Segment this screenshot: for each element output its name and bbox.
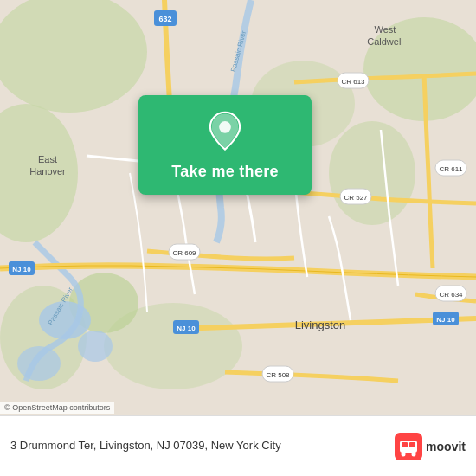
- svg-point-44: [402, 452, 406, 456]
- svg-text:East: East: [38, 154, 57, 164]
- svg-text:Caldwell: Caldwell: [367, 36, 403, 47]
- svg-text:CR 611: CR 611: [439, 165, 463, 173]
- moovit-icon: [395, 433, 422, 460]
- svg-text:Hanover: Hanover: [29, 166, 66, 177]
- svg-point-10: [78, 331, 113, 362]
- svg-text:CR 508: CR 508: [266, 371, 290, 379]
- svg-point-4: [329, 121, 415, 225]
- svg-point-45: [412, 452, 416, 456]
- svg-point-39: [219, 121, 231, 133]
- moovit-brand-text: moovit: [426, 440, 466, 453]
- map-svg: 632 CR 613 CR 611 CR 527 CR 634 CR 609 C…: [0, 0, 476, 415]
- svg-rect-43: [409, 442, 415, 447]
- take-me-there-card[interactable]: Take me there: [138, 95, 312, 195]
- map-attribution: © OpenStreetMap contributors: [0, 402, 114, 414]
- svg-text:NJ 10: NJ 10: [12, 266, 31, 273]
- address-text: 3 Drummond Ter, Livingston, NJ 07039, Ne…: [10, 438, 395, 453]
- pin-area: [204, 111, 246, 156]
- svg-text:CR 613: CR 613: [341, 78, 365, 86]
- svg-text:CR 609: CR 609: [172, 249, 196, 257]
- svg-text:NJ 10: NJ 10: [177, 325, 196, 332]
- take-me-there-button[interactable]: Take me there: [171, 163, 279, 181]
- map-container: 632 CR 613 CR 611 CR 527 CR 634 CR 609 C…: [0, 0, 476, 415]
- attribution-text: © OpenStreetMap contributors: [4, 403, 110, 412]
- bottom-bar: 3 Drummond Ter, Livingston, NJ 07039, Ne…: [0, 415, 476, 476]
- svg-rect-42: [402, 442, 408, 447]
- svg-text:West: West: [375, 24, 396, 35]
- svg-text:CR 527: CR 527: [344, 194, 368, 202]
- svg-text:Livingston: Livingston: [295, 318, 346, 331]
- moovit-logo[interactable]: moovit: [395, 433, 466, 460]
- svg-text:CR 634: CR 634: [439, 291, 463, 299]
- svg-text:632: 632: [158, 15, 171, 23]
- svg-point-11: [17, 346, 61, 381]
- svg-text:NJ 10: NJ 10: [436, 316, 455, 324]
- location-pin-icon: [204, 111, 246, 152]
